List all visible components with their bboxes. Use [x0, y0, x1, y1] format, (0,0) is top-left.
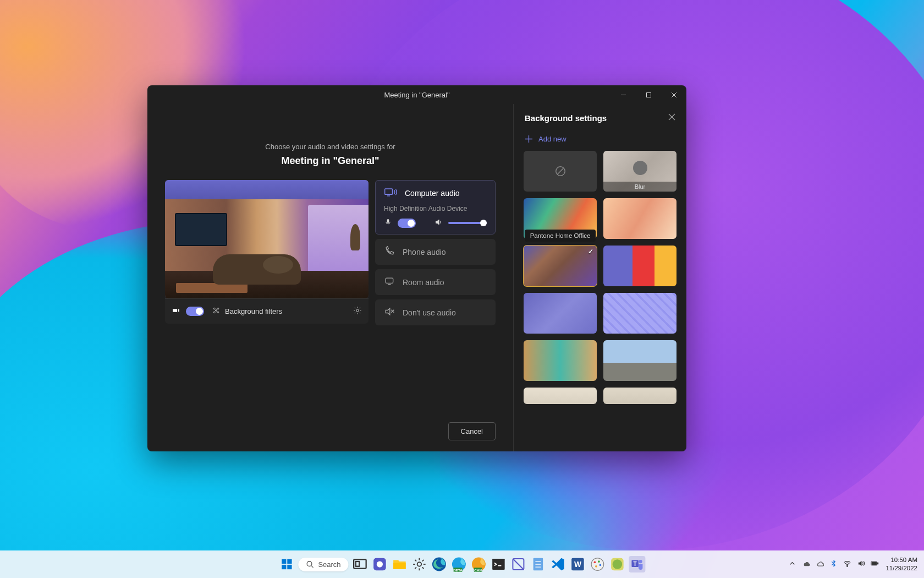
svg-point-9 [356, 309, 359, 312]
volume-slider[interactable] [448, 222, 487, 224]
camera-toggle[interactable] [186, 307, 204, 316]
bluetooth-icon[interactable] [829, 559, 838, 569]
audio-option-none[interactable]: Don't use audio [375, 299, 496, 325]
clock-date: 11/29/2022 [886, 564, 917, 572]
taskbar-app-edge[interactable] [431, 556, 448, 572]
bg-tile-colorful-studio[interactable] [603, 246, 676, 286]
effects-icon [212, 306, 221, 317]
svg-rect-42 [492, 559, 505, 570]
microphone-icon [384, 218, 392, 228]
svg-rect-64 [872, 562, 877, 564]
taskbar-app-spotify[interactable] [609, 556, 626, 572]
svg-point-27 [307, 561, 312, 566]
task-view-button[interactable] [352, 556, 369, 572]
bg-filters-label: Background filters [225, 307, 282, 315]
svg-point-60 [639, 560, 642, 563]
titlebar: Meeting in "General" [147, 85, 686, 104]
panel-close-button[interactable] [668, 113, 675, 123]
taskbar-app-teams[interactable]: T [629, 556, 646, 572]
onedrive-icon[interactable] [802, 559, 810, 569]
clock-time: 10:50 AM [886, 556, 917, 564]
prejoin-main: Choose your audio and video settings for… [147, 104, 513, 451]
maximize-button[interactable] [636, 85, 661, 104]
svg-line-28 [311, 566, 314, 568]
taskbar-app-word[interactable]: W [570, 556, 586, 572]
no-audio-label: Don't use audio [403, 308, 456, 317]
svg-point-55 [595, 565, 597, 568]
svg-line-22 [557, 168, 564, 175]
battery-icon[interactable] [871, 559, 879, 569]
taskbar-app-settings[interactable] [411, 556, 428, 572]
wifi-icon[interactable] [843, 559, 851, 569]
phone-audio-label: Phone audio [403, 248, 446, 257]
taskbar-app-edge-beta[interactable]: BETA [451, 556, 468, 572]
svg-point-5 [217, 308, 219, 309]
bg-tile-pantone-home-office[interactable]: Pantone Home Office [524, 246, 597, 286]
taskbar-search[interactable]: Search [298, 558, 348, 571]
audio-options: Computer audio High Definition Audio Dev… [375, 180, 496, 325]
svg-rect-10 [385, 189, 393, 194]
taskbar-app-terminal[interactable] [491, 556, 507, 572]
svg-point-57 [613, 559, 623, 569]
audio-option-phone[interactable]: Phone audio [375, 239, 496, 265]
tray-chevron-icon[interactable] [788, 559, 796, 569]
svg-rect-12 [387, 219, 389, 223]
bg-tile-light-room-b[interactable] [603, 388, 676, 404]
camera-icon [172, 306, 180, 317]
svg-point-32 [377, 561, 383, 567]
svg-text:W: W [574, 560, 581, 569]
svg-point-52 [594, 561, 596, 563]
window-controls [610, 85, 686, 104]
add-new-background-button[interactable]: Add new [514, 130, 686, 151]
start-button[interactable] [278, 556, 295, 572]
blur-label: Blur [603, 182, 676, 192]
system-tray: 10:50 AM 11/29/2022 [788, 556, 917, 572]
bg-tile-seaside-boardwalk[interactable] [603, 340, 676, 381]
microphone-toggle[interactable] [398, 219, 416, 228]
volume-icon[interactable] [857, 559, 865, 569]
svg-text:T: T [634, 561, 637, 567]
svg-point-34 [417, 562, 422, 566]
svg-text:CAN: CAN [475, 568, 482, 572]
svg-rect-30 [356, 561, 359, 566]
close-button[interactable] [661, 85, 686, 104]
taskbar-app-edge-canary[interactable]: CAN [471, 556, 487, 572]
meeting-name[interactable]: Meeting in "General" [165, 155, 496, 167]
bg-tile-dessert-scene[interactable] [603, 198, 676, 239]
taskbar-app-snipping[interactable] [510, 556, 527, 572]
taskbar-app-chat[interactable] [372, 556, 388, 572]
bg-tile-none[interactable] [524, 151, 597, 192]
svg-rect-13 [386, 278, 393, 283]
add-new-label: Add new [538, 135, 566, 143]
taskbar-app-explorer[interactable] [392, 556, 408, 572]
taskbar-app-vscode[interactable] [550, 556, 566, 572]
svg-line-44 [513, 559, 524, 570]
room-audio-label: Room audio [403, 278, 444, 287]
audio-option-computer[interactable]: Computer audio High Definition Audio Dev… [375, 180, 496, 235]
minimize-button[interactable] [610, 85, 636, 104]
panel-title: Background settings [525, 113, 607, 123]
svg-rect-23 [282, 559, 286, 564]
taskbar-app-notepad[interactable] [530, 556, 547, 572]
bg-tile-blur[interactable]: Blur [603, 151, 676, 192]
bg-tile-light-room-a[interactable] [524, 388, 597, 404]
cloud-icon[interactable] [816, 559, 824, 569]
camera-settings-button[interactable] [353, 306, 362, 317]
svg-point-7 [217, 312, 219, 313]
background-filters-button[interactable]: Background filters [212, 306, 282, 317]
cancel-button[interactable]: Cancel [448, 422, 496, 440]
svg-point-54 [600, 564, 602, 566]
taskbar-clock[interactable]: 10:50 AM 11/29/2022 [886, 556, 917, 572]
taskbar-app-paint[interactable] [590, 556, 606, 572]
room-icon [384, 276, 395, 288]
bg-tile-glass-hallway[interactable] [524, 340, 597, 381]
svg-point-53 [598, 560, 600, 563]
svg-rect-26 [287, 565, 292, 569]
svg-point-4 [213, 308, 215, 309]
computer-audio-icon [384, 187, 397, 199]
camera-preview [165, 180, 369, 298]
svg-text:BETA: BETA [453, 568, 463, 572]
bg-tile-notes-wall[interactable] [603, 293, 676, 334]
bg-tile-purple-texture[interactable] [524, 293, 597, 334]
audio-option-room[interactable]: Room audio [375, 269, 496, 295]
